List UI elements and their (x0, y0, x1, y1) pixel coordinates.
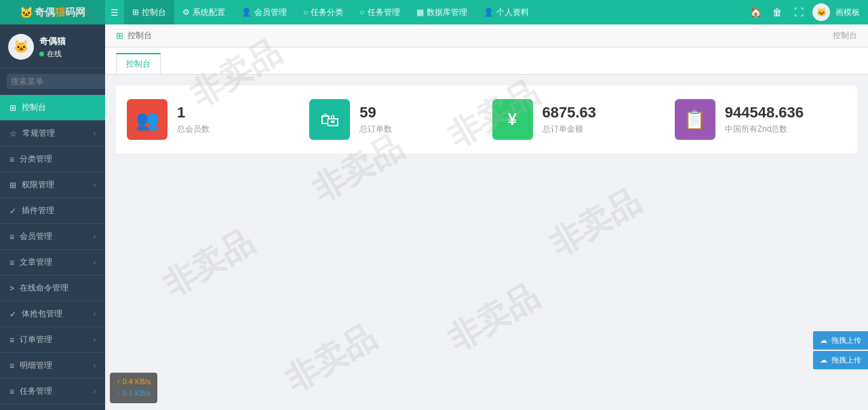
chevron-icon-7: › (94, 362, 96, 369)
article-mgr-icon: ≡ (9, 258, 14, 267)
member-mgr-icon: ≡ (9, 232, 14, 242)
float-buttons: ☁ 拖拽上传 ☁ 拖拽上传 (813, 331, 868, 369)
theme-label[interactable]: 画模板 (835, 7, 860, 18)
home-icon[interactable]: 🏠 (747, 4, 764, 20)
status-indicator (39, 52, 44, 56)
orders-stat-icon: 🛍 (309, 99, 350, 140)
content-area: 👥 1 总会员数 🛍 59 总订单数 (105, 75, 868, 164)
sidebar-user-section: 🐱 奇偶猫 在线 (0, 24, 105, 69)
task-mgr-icon: ≡ (9, 387, 14, 396)
sidebar-item-member-mgr[interactable]: ≡ 会员管理 › (0, 224, 105, 250)
stat-card-orders: 🛍 59 总订单数 (309, 99, 481, 140)
chevron-icon-4: › (94, 259, 96, 266)
sidebar-item-package-mgr[interactable]: ✓ 体抢包管理 › (0, 301, 105, 327)
stat-card-amount: ¥ 6875.63 总订单金额 (492, 99, 664, 140)
cloud-icon-1: ☁ (820, 336, 827, 345)
tab-dashboard[interactable]: 控制台 (116, 53, 161, 74)
nav-dashboard-icon: ⊞ (132, 7, 139, 17)
app-logo: 🐱 奇偶猫码网 (0, 0, 105, 24)
nav-members-icon: 👤 (241, 7, 252, 17)
logo-text: 奇偶猫码网 (35, 6, 85, 19)
network-stats: ↑ 0.4 KB/s ↓ 0.1 KB/s (110, 373, 157, 403)
nav-item-profile[interactable]: 👤 个人资料 (475, 0, 537, 24)
members-value: 1 (177, 104, 210, 122)
sidebar-item-task-mgr[interactable]: ≡ 任务管理 › (0, 379, 105, 405)
float-btn-1[interactable]: ☁ 拖拽上传 (813, 331, 868, 350)
sidebar-item-plugin-mgr[interactable]: ✓ 插件管理 (0, 198, 105, 224)
znd-value: 944548.636 (725, 104, 804, 122)
user-avatar: 🐱 (812, 3, 830, 21)
sidebar-user-info: 奇偶猫 在线 (39, 35, 66, 59)
breadcrumb: ⊞ 控制台 (116, 30, 152, 41)
logo-cat-icon: 🐱 (20, 6, 33, 19)
sidebar-item-detail-mgr[interactable]: ≡ 明细管理 › (0, 353, 105, 379)
stat-info-orders: 59 总订单数 (359, 104, 392, 135)
dashboard-menu-icon: ⊞ (9, 103, 16, 113)
category-mgr-icon: ≡ (9, 155, 14, 164)
tab-bar: 控制台 (105, 48, 868, 75)
top-nav-menu: ⊞ 控制台 ⚙ 系统配置 👤 会员管理 ○ 任务分类 ○ 任务管理 ▦ 数据库管… (124, 0, 747, 24)
online-cmd-icon: > (9, 284, 14, 293)
nav-item-task-mgr[interactable]: ○ 任务管理 (351, 0, 408, 24)
nav-item-system[interactable]: ⚙ 系统配置 (174, 0, 233, 24)
trash-icon[interactable]: 🗑 (769, 4, 785, 20)
sidebar-item-article-mgr[interactable]: ≡ 文章管理 › (0, 250, 105, 276)
cloud-icon-2: ☁ (820, 356, 827, 365)
stat-info-amount: 6875.63 总订单金额 (542, 104, 597, 135)
upload-speed: ↑ 0.4 KB/s (117, 376, 151, 388)
znd-label: 中国所有Znd总数 (725, 124, 804, 135)
download-speed: ↓ 0.1 KB/s (117, 388, 151, 400)
normal-mgr-icon: ☆ (9, 129, 17, 138)
menu-toggle-icon[interactable]: ☰ (105, 0, 124, 24)
sidebar-username: 奇偶猫 (39, 35, 66, 48)
detail-mgr-icon: ≡ (9, 361, 14, 371)
nav-item-members[interactable]: 👤 会员管理 (233, 0, 295, 24)
amount-label: 总订单金额 (542, 124, 597, 135)
breadcrumb-path: 控制台 (127, 30, 152, 41)
breadcrumb-right: 控制台 (833, 30, 857, 41)
nav-taskmgr-icon: ○ (359, 7, 364, 17)
sidebar-item-permission-mgr[interactable]: ⊞ 权限管理 › (0, 172, 105, 198)
chevron-icon-6: › (94, 336, 96, 343)
breadcrumb-bar: ⊞ 控制台 控制台 (105, 24, 868, 48)
fullscreen-icon[interactable]: ⛶ (791, 4, 807, 20)
nav-item-database[interactable]: ▦ 数据库管理 (408, 0, 475, 24)
stat-card-znd: 📋 944548.636 中国所有Znd总数 (675, 99, 846, 140)
chevron-icon-3: › (94, 233, 96, 240)
float-btn-2[interactable]: ☁ 拖拽上传 (813, 351, 868, 369)
sidebar-menu: ⊞ 控制台 ☆ 常规管理 › ≡ 分类管理 ⊞ 权限 (0, 95, 105, 405)
search-input[interactable] (7, 74, 105, 89)
chevron-icon-2: › (94, 181, 96, 189)
sidebar-item-category-mgr[interactable]: ≡ 分类管理 (0, 147, 105, 172)
sidebar: 🐱 奇偶猫 在线 🔍 ⊞ 控制台 ☆ (0, 24, 105, 410)
permission-mgr-icon: ⊞ (9, 181, 16, 190)
main-layout: 🐱 奇偶猫 在线 🔍 ⊞ 控制台 ☆ (0, 24, 868, 410)
sidebar-avatar: 🐱 (8, 34, 34, 60)
main-content: ⊞ 控制台 控制台 控制台 👥 1 总会员数 (105, 24, 868, 410)
order-mgr-icon: ≡ (9, 335, 14, 345)
nav-item-task-cat[interactable]: ○ 任务分类 (295, 0, 351, 24)
package-mgr-icon: ✓ (9, 310, 16, 319)
nav-database-icon: ▦ (416, 7, 424, 17)
sidebar-item-normal-mgr[interactable]: ☆ 常规管理 › (0, 121, 105, 147)
orders-label: 总订单数 (359, 124, 392, 135)
chevron-icon: › (94, 130, 96, 137)
top-navbar: 🐱 奇偶猫码网 ☰ ⊞ 控制台 ⚙ 系统配置 👤 会员管理 ○ 任务分类 ○ 任… (0, 0, 868, 24)
nav-item-dashboard[interactable]: ⊞ 控制台 (124, 0, 174, 24)
stat-info-members: 1 总会员数 (177, 104, 210, 135)
members-stat-icon: 👥 (127, 99, 167, 140)
sidebar-item-online-cmd[interactable]: > 在线命令管理 (0, 276, 105, 301)
plugin-mgr-icon: ✓ (9, 206, 16, 216)
amount-stat-icon: ¥ (492, 99, 533, 140)
stats-row: 👥 1 总会员数 🛍 59 总订单数 (116, 86, 857, 153)
nav-profile-icon: 👤 (484, 7, 494, 17)
nav-taskcat-icon: ○ (303, 7, 308, 17)
stat-card-members: 👥 1 总会员数 (127, 99, 298, 140)
sidebar-item-dashboard[interactable]: ⊞ 控制台 (0, 95, 105, 121)
nav-system-icon: ⚙ (182, 7, 190, 17)
sidebar-user-status: 在线 (39, 49, 66, 59)
amount-value: 6875.63 (542, 104, 597, 122)
top-nav-right: 🏠 🗑 ⛶ 🐱 画模板 (747, 3, 868, 21)
sidebar-item-order-mgr[interactable]: ≡ 订单管理 › (0, 327, 105, 353)
stat-info-znd: 944548.636 中国所有Znd总数 (725, 104, 804, 135)
